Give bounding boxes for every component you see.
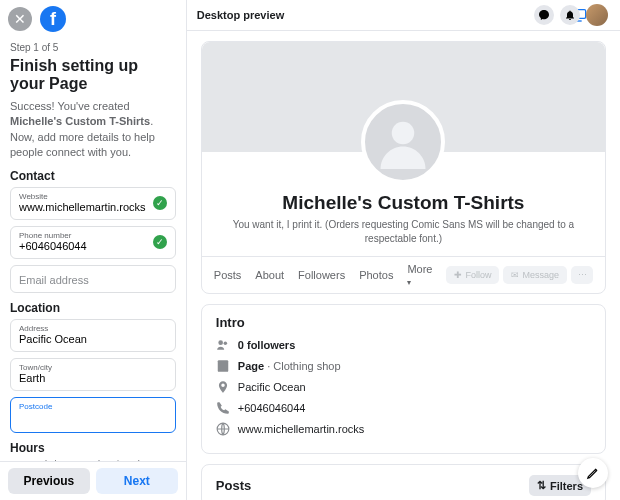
intro-followers: 0 followers: [216, 338, 591, 352]
svg-point-4: [223, 342, 227, 346]
notifications-icon[interactable]: [560, 5, 580, 25]
preview-tagline: You want it, I print it. (Orders request…: [202, 214, 605, 256]
message-button: ✉ Message: [503, 266, 567, 284]
account-avatar[interactable]: [586, 4, 608, 26]
page-subtitle: Success! You've created Michelle's Custo…: [10, 99, 176, 161]
svg-point-3: [218, 340, 223, 345]
preview-page-name: Michelle's Custom T-Shirts: [202, 192, 605, 214]
intro-address: Pacific Ocean: [216, 380, 591, 394]
next-button[interactable]: Next: [96, 468, 178, 494]
tab-followers[interactable]: Followers: [298, 269, 345, 281]
location-icon: [216, 380, 230, 394]
check-icon: ✓: [153, 235, 167, 249]
posts-heading: Posts: [216, 478, 251, 493]
preview-label: Desktop preview: [197, 9, 284, 21]
tab-photos[interactable]: Photos: [359, 269, 393, 281]
section-location: Location: [10, 301, 176, 315]
step-indicator: Step 1 of 5: [10, 42, 176, 53]
phone-field[interactable]: Phone number +6046046044 ✓: [10, 226, 176, 259]
cover-photo-placeholder: [202, 42, 605, 152]
check-icon: ✓: [153, 196, 167, 210]
more-actions-button: ⋯: [571, 266, 593, 284]
posts-card: Posts ⇅ Filters: [201, 464, 606, 500]
edit-fab[interactable]: [578, 458, 608, 488]
towncity-field[interactable]: Town/city Earth: [10, 358, 176, 391]
setup-panel: ✕ f Step 1 of 5 Finish setting up your P…: [0, 0, 187, 500]
messenger-icon[interactable]: [534, 5, 554, 25]
close-button[interactable]: ✕: [8, 7, 32, 31]
globe-icon: [216, 422, 230, 436]
svg-point-2: [392, 122, 415, 145]
filters-icon: ⇅: [537, 479, 546, 492]
tab-posts[interactable]: Posts: [214, 269, 242, 281]
preview-panel: Desktop preview Michelle's Custom T-Shir…: [187, 0, 620, 500]
tab-about[interactable]: About: [255, 269, 284, 281]
website-field[interactable]: Website www.michellemartin.rocks ✓: [10, 187, 176, 220]
previous-button[interactable]: Previous: [8, 468, 90, 494]
intro-heading: Intro: [216, 315, 591, 330]
page-title: Finish setting up your Page: [10, 57, 176, 93]
profile-card: Michelle's Custom T-Shirts You want it, …: [201, 41, 606, 294]
phone-icon: [216, 401, 230, 415]
tab-more[interactable]: More: [407, 263, 432, 287]
profile-tabs: Posts About Followers Photos More ✚ Foll…: [202, 256, 605, 293]
profile-photo-placeholder: [361, 100, 445, 184]
pencil-icon: [586, 466, 600, 480]
section-contact: Contact: [10, 169, 176, 183]
follow-button: ✚ Follow: [446, 266, 499, 284]
page-icon: [216, 359, 230, 373]
followers-icon: [216, 338, 230, 352]
email-field[interactable]: Email address: [10, 265, 176, 293]
section-hours: Hours: [10, 441, 176, 455]
intro-card: Intro 0 followers Page · Clothing shop: [201, 304, 606, 454]
intro-page-type: Page · Clothing shop: [216, 359, 591, 373]
svg-rect-5: [218, 360, 229, 372]
facebook-logo-icon[interactable]: f: [40, 6, 66, 32]
intro-phone: +6046046044: [216, 401, 591, 415]
postcode-field[interactable]: Postcode: [10, 397, 176, 433]
intro-website: www.michellemartin.rocks: [216, 422, 591, 436]
address-field[interactable]: Address Pacific Ocean: [10, 319, 176, 352]
